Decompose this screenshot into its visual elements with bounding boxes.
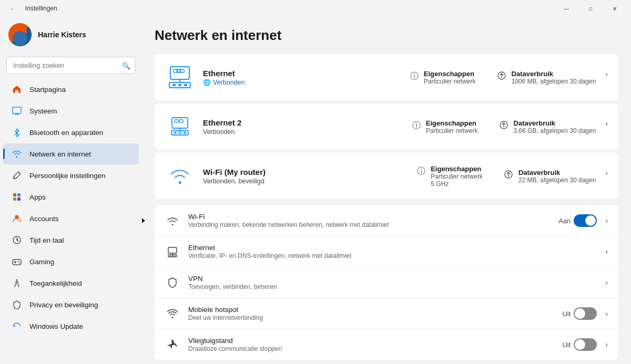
hotspot-setting-chevron: ›: [605, 309, 608, 318]
ethernet-setting-right: ›: [601, 247, 608, 256]
wifi-toggle[interactable]: [574, 214, 597, 227]
hotspot-setting-row[interactable]: Mobiele hotspot Deel uw internetverbindi…: [155, 298, 618, 329]
sidebar: Harrie Kisters 🔍 Startpagina: [0, 17, 142, 364]
gaming-icon: [12, 256, 22, 267]
svg-rect-20: [184, 84, 187, 86]
svg-rect-6: [17, 197, 21, 201]
sidebar-item-persoonlijk[interactable]: Persoonlijke instellingen: [3, 165, 139, 186]
info-icon2: ⓘ: [412, 120, 421, 131]
wifi-router-status: Verbonden, beveiligd: [203, 178, 409, 185]
back-button[interactable]: ←: [4, 0, 21, 17]
ethernet2-status: Verbonden: [203, 128, 404, 136]
svg-rect-35: [174, 256, 176, 257]
hotspot-setting-right: Uit ›: [562, 307, 608, 320]
sidebar-item-netwerk[interactable]: Netwerk en internet: [3, 143, 139, 164]
hotspot-setting-desc: Deel uw internetverbinding: [188, 314, 554, 321]
sidebar-item-label-update: Windows Update: [29, 323, 83, 330]
ethernet1-dataverbruik[interactable]: Dataverbruik 1006 MB, afgelopen 30 dagen…: [497, 70, 608, 85]
sidebar-item-label-toegankelijkheid: Toegankelijkheid: [29, 279, 82, 287]
sidebar-item-update[interactable]: Windows Update: [3, 316, 139, 337]
ethernet-setting-desc: Verificatie, IP- en DNS-instellingen, ne…: [188, 252, 593, 259]
sidebar-item-label-bluetooth: Bluetooth en apparaten: [29, 129, 103, 137]
settings-group: Wi-Fi Verbinding maken, bekende netwerke…: [155, 205, 618, 360]
svg-rect-24: [179, 120, 183, 122]
airplane-setting-name: Vliegtuigstand: [188, 337, 554, 345]
sidebar-item-toegankelijkheid[interactable]: Toegankelijkheid: [3, 273, 139, 294]
ethernet2-card[interactable]: Ethernet 2 Verbonden ⓘ Eigenschappen Par…: [155, 103, 618, 150]
sidebar-item-label-gaming: Gaming: [29, 258, 54, 266]
svg-rect-16: [177, 69, 181, 72]
ethernet-setting-chevron: ›: [605, 247, 608, 256]
wifi-router-icon: [165, 161, 195, 191]
minimize-button[interactable]: —: [554, 0, 578, 17]
airplane-toggle[interactable]: [574, 338, 597, 351]
svg-rect-13: [170, 67, 189, 79]
airplane-toggle-knob: [575, 339, 585, 350]
sidebar-item-gaming[interactable]: Gaming: [3, 251, 139, 272]
bluetooth-icon: [12, 127, 22, 138]
vpn-setting-right: ›: [601, 278, 608, 287]
app-container: Harrie Kisters 🔍 Startpagina: [0, 17, 631, 364]
sidebar-item-startpagina[interactable]: Startpagina: [3, 79, 139, 100]
ethernet-setting-row[interactable]: Ethernet Verificatie, IP- en DNS-instell…: [155, 236, 618, 267]
wifi-toggle-knob: [585, 215, 596, 226]
search-box: 🔍: [6, 57, 136, 74]
info-icon3: ⓘ: [417, 166, 425, 177]
sidebar-item-apps[interactable]: Apps: [3, 186, 139, 207]
airplane-setting-row[interactable]: Vliegtuigstand Draadloze communicatie st…: [155, 329, 618, 360]
ethernet1-card[interactable]: Ethernet 🌐 Verbonden ⓘ Eigenschappen Par…: [155, 54, 618, 100]
hotspot-toggle-wrap: Uit: [562, 307, 597, 320]
sidebar-item-label-tijd: Tijd en taal: [29, 236, 64, 244]
airplane-setting-right: Uit ›: [562, 338, 608, 351]
ethernet2-dataverbruik[interactable]: Dataverbruik 3.66 GB, afgelopen 30 dagen…: [499, 119, 608, 134]
svg-point-12: [16, 279, 18, 281]
ethernet2-eigenschappen: ⓘ Eigenschappen Particulier netwerk: [412, 119, 478, 134]
ethernet1-icon: [165, 63, 195, 92]
hotspot-toggle[interactable]: [574, 307, 597, 320]
wifi-router-props: ⓘ Eigenschappen Particulier netwerk5 GHz…: [417, 165, 608, 188]
ethernet1-props: ⓘ Eigenschappen Particulier netwerk Data…: [410, 70, 608, 85]
svg-rect-15: [180, 69, 184, 72]
wifi-router-info: Wi-Fi (My router) Verbonden, beveiligd: [203, 168, 409, 185]
system-icon: [12, 106, 22, 116]
close-button[interactable]: ✕: [603, 0, 627, 17]
info-icon: ⓘ: [410, 71, 419, 82]
vpn-setting-chevron: ›: [605, 278, 608, 287]
titlebar-left: ← Instellingen: [4, 0, 57, 17]
clock-icon: [12, 235, 22, 245]
vpn-setting-row[interactable]: VPN Toevoegen, verbinden, beheren ›: [155, 267, 618, 298]
svg-rect-34: [172, 256, 174, 257]
search-icon: 🔍: [122, 61, 130, 69]
svg-rect-0: [13, 107, 21, 113]
svg-rect-28: [184, 132, 186, 134]
sidebar-item-label-accounts: Accounts: [29, 215, 59, 223]
wifi-setting-chevron: ›: [605, 216, 608, 225]
sidebar-item-tijd[interactable]: Tijd en taal: [3, 230, 139, 251]
wifi-router-dataverbruik[interactable]: Dataverbruik 22 MB, afgelopen 30 dagen ›: [504, 169, 608, 184]
sidebar-item-accounts[interactable]: Accounts: [3, 208, 139, 229]
wifi-setting-row[interactable]: Wi-Fi Verbinding maken, bekende netwerke…: [155, 205, 618, 236]
accessibility-icon: [12, 278, 22, 288]
vpn-setting-icon: [165, 275, 180, 290]
ethernet-setting-icon: [165, 244, 180, 259]
ethernet1-name: Ethernet: [203, 69, 402, 78]
hotspot-setting-name: Mobiele hotspot: [188, 306, 554, 314]
ethernet-setting-name: Ethernet: [188, 244, 593, 252]
wifi-router-name: Wi-Fi (My router): [203, 168, 409, 176]
sidebar-item-systeem[interactable]: Systeem: [3, 100, 139, 121]
wifi-setting-right: Aan ›: [558, 214, 608, 227]
svg-rect-3: [13, 193, 16, 196]
sidebar-item-bluetooth[interactable]: Bluetooth en apparaten: [3, 122, 139, 143]
sidebar-item-privacy[interactable]: Privacy en beveiliging: [3, 294, 139, 315]
maximize-button[interactable]: □: [578, 0, 603, 17]
globe-icon: 🌐: [203, 79, 211, 86]
svg-rect-22: [172, 118, 188, 128]
wifi-setting-icon: [165, 213, 180, 228]
shield-icon: [12, 299, 22, 310]
ethernet1-eigenschappen: ⓘ Eigenschappen Particulier netwerk: [410, 70, 476, 85]
wifi-setting-info: Wi-Fi Verbinding maken, bekende netwerke…: [188, 213, 550, 228]
svg-rect-1: [15, 114, 19, 115]
titlebar: ← Instellingen — □ ✕: [0, 0, 631, 17]
search-input[interactable]: [6, 57, 136, 74]
wifi-router-card[interactable]: Wi-Fi (My router) Verbonden, beveiligd ⓘ…: [155, 153, 618, 199]
